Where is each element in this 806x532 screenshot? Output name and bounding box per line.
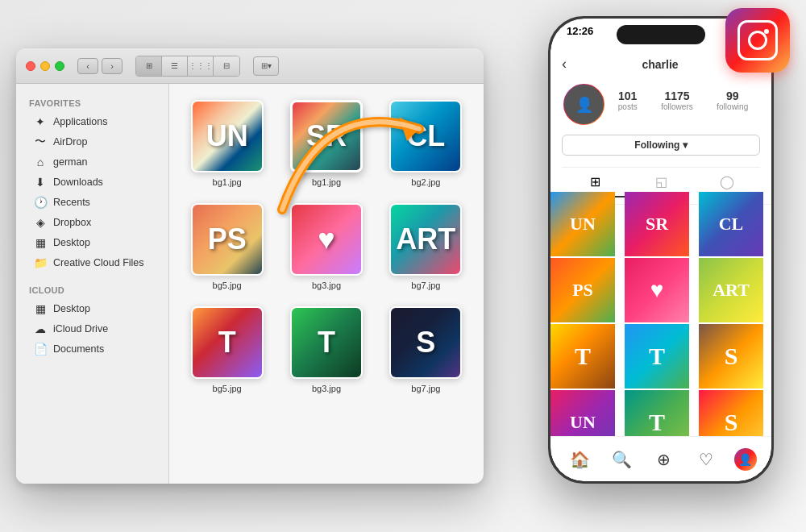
forward-button[interactable]: › [102, 58, 123, 74]
file-name-bg5a: bg5.jpg [213, 281, 242, 290]
status-time: 12:26 [567, 25, 593, 37]
ig-photo-8[interactable]: T [625, 324, 689, 389]
ig-following-count: 99 [717, 89, 748, 102]
phone-frame: 12:26 ▪▪▪ ▲ ▮ ‹ charlie ⋮ [548, 16, 774, 484]
sidebar-item-recents[interactable]: 🕐 Recents [21, 193, 164, 212]
ig-avatar[interactable]: 👤 [562, 82, 606, 127]
applications-icon: ✦ [34, 115, 47, 128]
phone-bottom-nav: 🏠 🔍 ⊕ ♡ 👤 [550, 436, 771, 481]
maximize-button[interactable] [55, 61, 64, 71]
add-nav-icon[interactable]: ⊕ [650, 450, 679, 469]
sidebar-item-icloud-desktop[interactable]: ▦ Desktop [21, 299, 164, 318]
ig-followers-count: 1175 [661, 89, 692, 102]
file-item-bg5b[interactable]: T bg5.jpg [185, 306, 268, 393]
sidebar-item-documents[interactable]: 📄 Documents [21, 339, 164, 359]
desktop-icon: ▦ [34, 236, 47, 249]
file-name-bg3b: bg3.jpg [312, 384, 341, 393]
icloud-section-title: iCloud [16, 281, 168, 298]
traffic-lights [26, 61, 64, 71]
sidebar-item-creative-cloud[interactable]: 📁 Creative Cloud Files [21, 253, 164, 272]
file-name-bg7a: bg7.jpg [411, 281, 440, 290]
home-nav-icon[interactable]: 🏠 [565, 450, 594, 469]
avatar-image: 👤 [564, 85, 604, 124]
file-thumb-bg5b: T [191, 306, 264, 379]
ig-photo-4[interactable]: PS [550, 258, 615, 322]
ig-back-button[interactable]: ‹ [562, 56, 567, 73]
dropbox-icon: ◈ [34, 216, 47, 229]
ig-username: charlie [573, 58, 747, 71]
gallery-view-button[interactable]: ⊟ [214, 56, 239, 76]
ig-stats: 101 posts 1175 followers 99 following [606, 89, 760, 111]
nav-buttons: ‹ › [77, 58, 123, 74]
icloud-desktop-icon: ▦ [34, 302, 47, 315]
sidebar-item-label-icloud-drive: iCloud Drive [53, 323, 108, 335]
thumb-letter-art: ART [396, 222, 455, 256]
ig-photo-1[interactable]: UN [550, 192, 615, 256]
profile-nav-avatar[interactable]: 👤 [734, 448, 757, 471]
sidebar-item-german[interactable]: ⌂ german [21, 152, 164, 172]
sidebar-item-desktop[interactable]: ▦ Desktop [21, 233, 164, 252]
sidebar-item-label-dropbox: Dropbox [53, 217, 91, 228]
ig-photo-7[interactable]: T [550, 324, 615, 389]
file-name-bg5b: bg5.jpg [213, 384, 242, 393]
sidebar: Favorites ✦ Applications 〜 AirDrop ⌂ ger… [16, 84, 169, 484]
ig-photo-5[interactable]: ♥ [625, 258, 689, 322]
arrow-graphic [258, 81, 467, 226]
ig-posts-label: posts [618, 102, 638, 111]
search-nav-icon[interactable]: 🔍 [608, 450, 637, 469]
instagram-logo-circle [748, 31, 767, 50]
sidebar-item-dropbox[interactable]: ◈ Dropbox [21, 213, 164, 232]
airdrop-icon: 〜 [34, 135, 47, 148]
more-options-button[interactable]: ⊞▾ [253, 56, 279, 76]
icloud-drive-icon: ☁ [34, 322, 47, 335]
ig-photo-3[interactable]: CL [699, 192, 763, 256]
instagram-logo-badge [725, 8, 790, 73]
sidebar-item-applications[interactable]: ✦ Applications [21, 112, 164, 131]
profile-nav-icon: 👤 [738, 453, 752, 466]
ig-photo-9[interactable]: S [699, 324, 763, 389]
view-buttons: ⊞ ☰ ⋮⋮⋮ ⊟ [135, 56, 240, 77]
list-view-button[interactable]: ☰ [162, 56, 188, 76]
home-icon: ⌂ [34, 156, 47, 168]
ig-stat-followers: 1175 followers [661, 89, 692, 111]
file-thumb-bg5a: PS [191, 203, 264, 276]
thumb-letter-ps: PS [208, 222, 247, 256]
file-item-bg1a[interactable]: UN bg1.jpg [185, 100, 268, 187]
ig-photo-grid: UN SR CL PS ♥ ART T T S UN T S [550, 192, 771, 455]
sidebar-item-label-documents: Documents [53, 343, 104, 355]
downloads-icon: ⬇ [34, 176, 47, 189]
ig-photo-6[interactable]: ART [699, 258, 763, 322]
file-name-bg7b: bg7.jpg [411, 384, 440, 393]
ig-stat-posts: 101 posts [618, 89, 638, 111]
sidebar-item-label-creative-cloud: Creative Cloud Files [53, 257, 144, 268]
heart-nav-icon[interactable]: ♡ [692, 450, 721, 469]
documents-icon: 📄 [34, 343, 47, 355]
back-button[interactable]: ‹ [77, 58, 98, 74]
column-view-button[interactable]: ⋮⋮⋮ [188, 56, 214, 76]
file-item-bg5a[interactable]: PS bg5.jpg [185, 203, 268, 290]
sidebar-item-label-applications: Applications [53, 116, 107, 127]
close-button[interactable] [26, 61, 35, 71]
sidebar-item-icloud-drive[interactable]: ☁ iCloud Drive [21, 319, 164, 339]
phone-container: 12:26 ▪▪▪ ▲ ▮ ‹ charlie ⋮ [532, 16, 790, 516]
icon-view-button[interactable]: ⊞ [136, 56, 162, 76]
sidebar-item-label-downloads: Downloads [53, 177, 103, 188]
file-name-bg3a: bg3.jpg [312, 281, 341, 290]
sidebar-item-airdrop[interactable]: 〜 AirDrop [21, 132, 164, 152]
ig-follow-button[interactable]: Following ▾ [562, 135, 760, 156]
title-bar: ‹ › ⊞ ☰ ⋮⋮⋮ ⊟ ⊞▾ [16, 48, 484, 84]
thumb-letter-s: S [416, 326, 435, 360]
ig-following-label: following [717, 102, 748, 111]
thumb-letter-heart: ♥ [318, 222, 334, 256]
thumb-letter-t2: T [318, 326, 335, 360]
file-item-bg3b[interactable]: T bg3.jpg [285, 306, 368, 393]
sidebar-item-label-german: german [53, 156, 87, 168]
thumb-letter-un: UN [206, 119, 248, 153]
file-item-bg7b[interactable]: S bg7.jpg [384, 306, 467, 393]
favorites-section-title: Favorites [16, 94, 168, 111]
ig-photo-2[interactable]: SR [625, 192, 689, 256]
minimize-button[interactable] [40, 61, 50, 71]
file-thumb-bg3b: T [290, 306, 363, 379]
ig-posts-count: 101 [618, 89, 638, 102]
sidebar-item-downloads[interactable]: ⬇ Downloads [21, 172, 164, 192]
